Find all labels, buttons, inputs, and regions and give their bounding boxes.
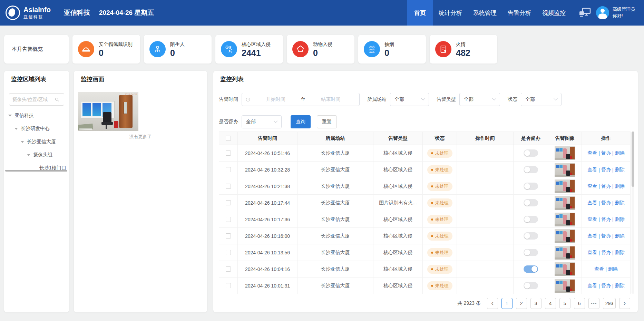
tree-item-changsha-asiainfo-building[interactable]: 长沙亚信大厦: [4, 135, 69, 148]
next-page-button[interactable]: ›: [619, 298, 630, 309]
caret-down-icon[interactable]: [14, 128, 18, 130]
delete-link[interactable]: 删除: [615, 150, 625, 156]
row-checkbox[interactable]: [226, 283, 231, 288]
delete-link[interactable]: 删除: [615, 167, 625, 173]
stat-card-text: 抽烟0: [384, 41, 394, 57]
alarm-image-thumbnail[interactable]: [555, 279, 575, 293]
prev-page-button[interactable]: ‹: [487, 298, 498, 309]
dual-screen-icon[interactable]: [579, 7, 591, 18]
user-avatar[interactable]: [596, 6, 609, 19]
supervise-link[interactable]: 督办: [601, 150, 611, 156]
supervise-select[interactable]: 全部: [242, 115, 282, 128]
caret-down-icon[interactable]: [8, 115, 12, 117]
caret-down-icon[interactable]: [27, 154, 30, 156]
alarm-image-thumbnail[interactable]: [555, 146, 575, 160]
page-button-5[interactable]: 5: [559, 298, 570, 309]
op-time-cell: [457, 162, 514, 178]
view-link[interactable]: 查看: [587, 216, 597, 223]
alarm-image-thumbnail[interactable]: [555, 262, 575, 276]
supervise-link[interactable]: 督办: [601, 250, 611, 256]
view-link[interactable]: 查看: [587, 250, 597, 256]
row-checkbox[interactable]: [226, 266, 231, 272]
select-all-checkbox[interactable]: [226, 136, 231, 141]
delete-link[interactable]: 删除: [615, 216, 625, 223]
row-checkbox[interactable]: [226, 217, 231, 222]
alarm-image-thumbnail[interactable]: [555, 179, 575, 193]
row-checkbox[interactable]: [226, 250, 231, 255]
view-link[interactable]: 查看: [587, 150, 597, 156]
tree-item-asiainfo[interactable]: 亚信科技: [4, 109, 69, 122]
view-link[interactable]: 查看: [587, 183, 597, 189]
delete-link[interactable]: 删除: [615, 233, 625, 239]
date-range-picker[interactable]: 开始时间 至 结束时间: [242, 93, 360, 106]
alarm-image-thumbnail[interactable]: [555, 229, 575, 243]
op-time-cell: [457, 278, 514, 294]
nav-item-statistics[interactable]: 统计分析: [433, 0, 468, 26]
view-link[interactable]: 查看: [587, 167, 597, 173]
supervise-toggle[interactable]: [524, 282, 538, 289]
station-select[interactable]: 全部: [390, 93, 429, 106]
alarm-image-thumbnail[interactable]: [555, 196, 575, 210]
alarm-image-thumbnail[interactable]: [555, 213, 575, 226]
supervise-toggle[interactable]: [524, 216, 538, 223]
end-time-placeholder[interactable]: 结束时间: [306, 96, 356, 103]
row-checkbox[interactable]: [226, 200, 231, 205]
supervise-toggle[interactable]: [524, 249, 538, 256]
supervise-link[interactable]: 督办: [601, 216, 611, 223]
page-ellipsis[interactable]: •••: [588, 298, 599, 309]
region-search-input[interactable]: [12, 97, 52, 102]
status-select[interactable]: 全部: [521, 93, 562, 106]
stranger-icon: [149, 41, 166, 57]
delete-link[interactable]: 删除: [615, 283, 625, 289]
horizontal-scrollbar-thumb[interactable]: [5, 170, 67, 172]
page-button-293[interactable]: 293: [603, 298, 616, 309]
view-link[interactable]: 查看: [594, 266, 604, 272]
page-button-1[interactable]: 1: [501, 298, 513, 309]
nav-item-home[interactable]: 首页: [407, 0, 433, 26]
vertical-scrollbar-thumb[interactable]: [632, 132, 634, 187]
supervise-toggle[interactable]: [524, 265, 538, 273]
row-checkbox[interactable]: [226, 167, 231, 172]
alarm-image-thumbnail[interactable]: [555, 163, 575, 177]
query-button[interactable]: 查询: [291, 115, 311, 128]
search-icon[interactable]: [54, 97, 60, 102]
supervise-link[interactable]: 督办: [601, 167, 611, 173]
delete-link[interactable]: 删除: [615, 250, 625, 256]
alarm-type-cell: 核心区域入侵: [373, 211, 423, 227]
alarm-image-thumbnail[interactable]: [555, 246, 575, 260]
nav-item-video-monitoring[interactable]: 视频监控: [537, 0, 571, 26]
view-link[interactable]: 查看: [587, 233, 597, 239]
delete-link[interactable]: 删除: [615, 183, 625, 189]
supervise-link[interactable]: 督办: [601, 200, 611, 206]
supervise-link[interactable]: 督办: [601, 233, 611, 239]
supervise-link[interactable]: 督办: [601, 283, 611, 289]
tree-item-changsha-rd-center[interactable]: 长沙研发中心: [4, 122, 69, 135]
view-link[interactable]: 查看: [587, 283, 597, 289]
alarm-type-select[interactable]: 全部: [459, 93, 500, 106]
reset-button[interactable]: 重置: [317, 115, 337, 128]
start-time-placeholder[interactable]: 开始时间: [251, 96, 301, 103]
supervise-toggle[interactable]: [524, 232, 538, 240]
supervise-toggle[interactable]: [524, 149, 538, 157]
supervise-toggle[interactable]: [524, 183, 538, 190]
row-checkbox[interactable]: [226, 233, 231, 239]
nav-item-system-management[interactable]: 系统管理: [468, 0, 502, 26]
tree-item-changsha-1f-entrance[interactable]: 长沙1楼门口: [4, 162, 69, 175]
supervise-link[interactable]: 督办: [601, 183, 611, 189]
page-button-4[interactable]: 4: [545, 298, 556, 309]
row-checkbox[interactable]: [226, 184, 231, 189]
page-button-2[interactable]: 2: [516, 298, 527, 309]
row-checkbox[interactable]: [226, 150, 231, 156]
page-button-6[interactable]: 6: [574, 298, 585, 309]
view-link[interactable]: 查看: [587, 200, 597, 206]
supervise-toggle[interactable]: [524, 199, 538, 206]
top-navbar: AsiaInfo 亚信科技 亚信科技 2024-04-26 星期五 首页统计分析…: [0, 0, 644, 26]
page-button-3[interactable]: 3: [530, 298, 541, 309]
nav-item-alarm-analysis[interactable]: 告警分析: [502, 0, 537, 26]
camera-preview[interactable]: 2024-04-26: [78, 92, 138, 131]
tree-item-camera-group[interactable]: 摄像头组: [4, 148, 69, 162]
caret-down-icon[interactable]: [21, 141, 24, 143]
delete-link[interactable]: 删除: [615, 200, 625, 206]
supervise-toggle[interactable]: [524, 166, 538, 173]
delete-link[interactable]: 删除: [608, 266, 618, 272]
